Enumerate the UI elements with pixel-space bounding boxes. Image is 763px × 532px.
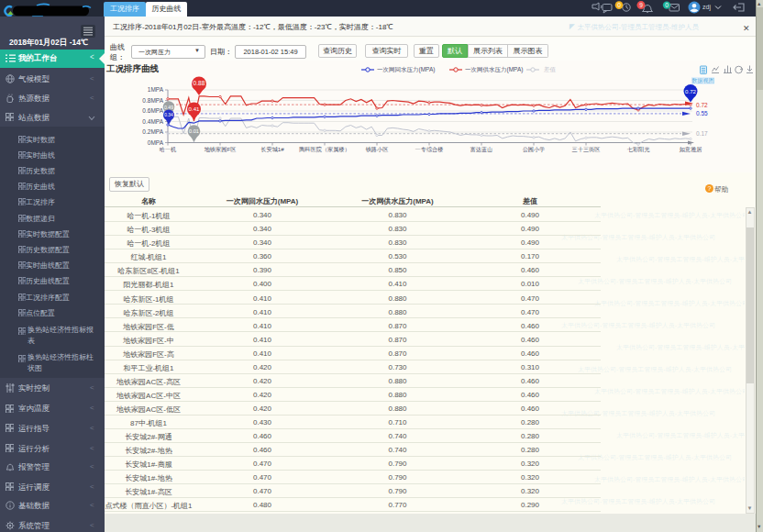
svg-text:一次网供水压力(MPA): 一次网供水压力(MPA) xyxy=(465,66,523,73)
svg-text:0.72: 0.72 xyxy=(685,88,696,94)
svg-text:0.2MPA: 0.2MPA xyxy=(142,128,163,135)
svg-text:富达蓝山: 富达蓝山 xyxy=(470,146,493,152)
svg-text:1MPA: 1MPA xyxy=(148,86,164,93)
svg-text:差值: 差值 xyxy=(544,66,557,72)
svg-text:0.41: 0.41 xyxy=(189,105,200,112)
svg-text:0.55: 0.55 xyxy=(696,110,708,116)
svg-text:0.01: 0.01 xyxy=(189,128,199,134)
svg-text:陶科医院（家属楼）: 陶科医院（家属楼） xyxy=(299,146,350,153)
svg-text:0MPA: 0MPA xyxy=(148,139,164,146)
svg-text:一次网回水压力(MPA): 一次网回水压力(MPA) xyxy=(377,66,435,73)
svg-text:如意雅居: 如意雅居 xyxy=(680,146,703,153)
svg-text:0.88: 0.88 xyxy=(194,80,205,86)
svg-text:0.34: 0.34 xyxy=(164,113,173,117)
svg-text:0.8MPA: 0.8MPA xyxy=(142,97,163,104)
svg-text:铁路小区: 铁路小区 xyxy=(365,146,389,153)
svg-text:0: 0 xyxy=(665,2,669,8)
svg-text:七彩阳光: 七彩阳光 xyxy=(627,146,651,153)
svg-text:0: 0 xyxy=(617,2,621,8)
svg-text:0.4MPA: 0.4MPA xyxy=(142,118,163,125)
svg-text:地铁家园F区: 地铁家园F区 xyxy=(205,146,237,153)
svg-text:公园小学: 公园小学 xyxy=(523,146,546,153)
svg-text:长安城1#: 长安城1# xyxy=(260,146,284,152)
svg-text:0.49: 0.49 xyxy=(164,105,173,110)
svg-text:0.6MPA: 0.6MPA xyxy=(142,107,163,114)
svg-text:zdj: zdj xyxy=(702,4,711,11)
svg-text:三十三街区: 三十三街区 xyxy=(572,146,601,153)
svg-text:0.72: 0.72 xyxy=(696,102,708,108)
svg-text:一专综合楼: 一专综合楼 xyxy=(415,146,444,153)
svg-text:哈一机: 哈一机 xyxy=(160,146,177,153)
svg-text:9: 9 xyxy=(639,2,643,8)
svg-text:0.17: 0.17 xyxy=(696,130,708,137)
